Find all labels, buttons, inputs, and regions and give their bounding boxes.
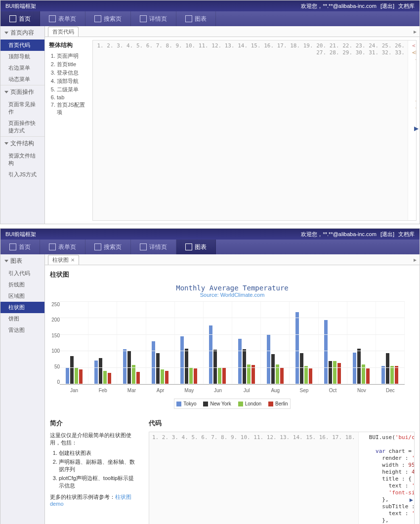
bar[interactable] (222, 368, 226, 384)
bar[interactable] (99, 358, 102, 384)
nav-item[interactable]: 首页 (0, 11, 40, 26)
sidebar-item[interactable]: 页面操作快捷方式 (0, 118, 44, 136)
bar[interactable] (333, 361, 336, 384)
bar[interactable] (70, 356, 74, 384)
legend-item[interactable]: Berlin (268, 401, 288, 406)
nav-item[interactable]: 图表 (176, 240, 216, 254)
bar[interactable] (66, 368, 69, 384)
sidebar-item[interactable]: 折线图 (0, 279, 44, 290)
bar[interactable] (395, 366, 398, 384)
nav-item[interactable]: 图表 (176, 11, 216, 26)
bar[interactable] (381, 366, 385, 384)
bar[interactable] (353, 353, 356, 384)
docs-link[interactable]: 文档库 (398, 231, 415, 238)
outline-item[interactable]: tab (57, 94, 85, 100)
logout-link[interactable]: [退出] (380, 231, 394, 238)
sidebar-item[interactable]: 资源文件结构 (0, 150, 44, 169)
outline-item[interactable]: 顶部导航 (57, 78, 85, 85)
x-tick: Mar (117, 386, 146, 396)
bar[interactable] (136, 372, 140, 384)
nav-item[interactable]: 表单页 (40, 11, 85, 26)
sidebar-item[interactable]: 区域图 (0, 290, 44, 302)
outline-item[interactable]: 首页title (57, 61, 85, 68)
x-tick: Jun (204, 386, 232, 396)
bar[interactable] (156, 353, 160, 384)
bar[interactable] (165, 371, 168, 384)
bar[interactable] (304, 366, 308, 384)
bar[interactable] (218, 368, 221, 384)
bar[interactable] (337, 363, 341, 384)
nav-item[interactable]: 详情页 (131, 240, 176, 254)
nav-item[interactable]: 首页 (0, 240, 40, 254)
sidebar-item[interactable]: 顶部导航 (0, 51, 44, 62)
outline-item[interactable]: 首页JS配置项 (57, 101, 85, 116)
bar[interactable] (324, 320, 328, 384)
bar[interactable] (243, 349, 246, 384)
bar[interactable] (189, 368, 193, 384)
sidebar-item[interactable]: 引入JS方式 (0, 169, 44, 180)
bar[interactable] (267, 335, 270, 384)
sidebar-item[interactable]: 页面常见操作 (0, 99, 44, 118)
line-gutter: 1. 2. 3. 4. 5. 6. 7. 8. 9. 10. 11. 12. 1… (149, 432, 359, 524)
tab-homepage-code[interactable]: 首页代码 (48, 27, 79, 37)
bar[interactable] (357, 349, 361, 384)
sidebar-group[interactable]: 首页内容 (0, 26, 44, 40)
bar[interactable] (108, 373, 111, 384)
bar[interactable] (271, 354, 275, 384)
bar[interactable] (185, 349, 188, 384)
bar[interactable] (329, 361, 332, 384)
bar[interactable] (309, 368, 312, 384)
bar[interactable] (390, 366, 394, 384)
scroll-right-icon[interactable]: ▶ (414, 125, 419, 132)
sidebar-item[interactable]: 首页代码 (0, 40, 44, 51)
app-name: BUI前端框架 (5, 2, 36, 10)
tab-scroll-right-icon[interactable]: ▸ (414, 28, 417, 35)
tab-scroll-right-icon[interactable]: ▸ (414, 256, 417, 263)
legend-item[interactable]: Tokyo (176, 401, 196, 406)
sidebar-item[interactable]: 引入代码 (0, 268, 44, 279)
bar[interactable] (103, 371, 107, 384)
tab-bar-chart[interactable]: 柱状图 ✕ (48, 255, 79, 265)
sidebar-group[interactable]: 文件结构 (0, 136, 44, 150)
bar[interactable] (238, 339, 242, 384)
sidebar-item[interactable]: 柱状图 (0, 302, 44, 313)
sidebar-group[interactable]: 页面操作 (0, 85, 44, 99)
outline-item[interactable]: 页面声明 (57, 52, 85, 60)
nav-icon (94, 243, 101, 250)
docs-link[interactable]: 文档库 (398, 2, 415, 10)
bar[interactable] (180, 336, 184, 384)
bar[interactable] (194, 368, 197, 384)
sidebar-item[interactable]: 右边菜单 (0, 62, 44, 74)
bar[interactable] (280, 368, 284, 384)
bar[interactable] (161, 369, 164, 384)
bar[interactable] (75, 368, 78, 384)
sidebar-item[interactable]: 动态菜单 (0, 74, 44, 85)
bar[interactable] (366, 368, 370, 384)
bar[interactable] (386, 353, 389, 384)
chart-subtitle[interactable]: Source: WorldClimate.com (50, 292, 415, 298)
nav-item[interactable]: 搜索页 (85, 11, 131, 26)
nav-item[interactable]: 表单页 (40, 240, 85, 254)
bar[interactable] (132, 365, 135, 384)
bar[interactable] (123, 349, 126, 384)
sidebar-group[interactable]: 图表 (0, 254, 44, 268)
bar[interactable] (94, 361, 98, 384)
bar[interactable] (79, 369, 83, 384)
nav-item[interactable]: 搜索页 (85, 240, 131, 254)
sidebar-item[interactable]: 雷达图 (0, 324, 44, 336)
scroll-right-icon[interactable]: ▶ (410, 496, 413, 503)
bar[interactable] (152, 341, 155, 384)
sidebar-item[interactable]: 饼图 (0, 313, 44, 324)
code-body[interactable]: BUI.use('bui/chart',function (Chart) { v… (359, 432, 414, 524)
bar[interactable] (295, 312, 299, 384)
legend-item[interactable]: London (238, 401, 261, 406)
nav-item[interactable]: 详情页 (131, 11, 176, 26)
outline-item[interactable]: 二级菜单 (57, 86, 85, 93)
chevron-down-icon (4, 142, 8, 145)
logout-link[interactable]: [退出] (380, 2, 394, 10)
close-icon[interactable]: ✕ (71, 257, 75, 263)
outline-item[interactable]: 登录信息 (57, 69, 85, 77)
bar[interactable] (300, 353, 303, 384)
legend-item[interactable]: New York (203, 401, 231, 406)
bar[interactable] (252, 365, 255, 384)
